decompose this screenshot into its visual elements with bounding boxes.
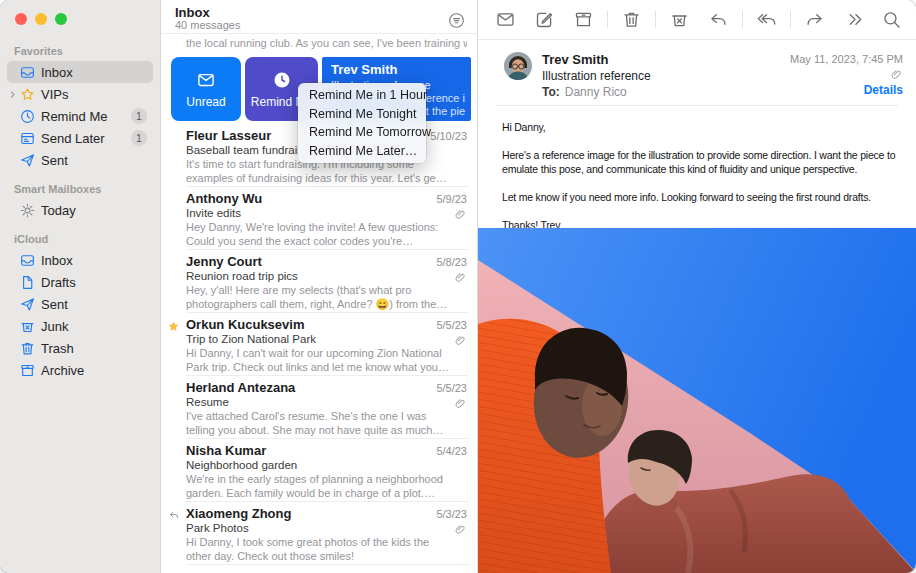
clipped-message-preview: the local running club. As you can see, …: [186, 37, 467, 52]
attachment-paperclip-icon: [890, 68, 903, 81]
junk-icon: [19, 318, 36, 335]
sidebar-item-label: Inbox: [41, 65, 73, 80]
attachment-photo[interactable]: [478, 228, 916, 573]
sidebar-item-send-later[interactable]: Send Later 1: [7, 127, 153, 149]
sidebar-item-label: Sent: [41, 297, 68, 312]
toolbar-trash-button[interactable]: [621, 9, 642, 30]
message-sender: Anthony Wu: [186, 191, 467, 206]
sidebar-item-sent[interactable]: Sent: [7, 293, 153, 315]
sidebar-item-junk[interactable]: Junk: [7, 315, 153, 337]
message-row[interactable]: Anthony Wu 5/9/23 Invite edits Hey Danny…: [161, 187, 477, 250]
window-close-button[interactable]: [15, 13, 27, 25]
sidebar-sections: Favorites Inbox VIPs Remind Me 1 Send La…: [0, 40, 160, 393]
message-body-paragraph: Here's a reference image for the illustr…: [502, 148, 906, 176]
sidebar-item-archive[interactable]: Archive: [7, 359, 153, 381]
window-minimize-button[interactable]: [35, 13, 47, 25]
details-link[interactable]: Details: [864, 83, 903, 97]
toolbar-get-mail-button[interactable]: [495, 9, 516, 30]
archive-icon: [573, 9, 594, 30]
attachment-paperclip-icon: [454, 397, 467, 410]
sidebar-item-inbox[interactable]: Inbox: [7, 249, 153, 271]
message-subject: Invite edits: [186, 206, 467, 220]
message-row[interactable]: Orkun Kucuksevim 5/5/23 Trip to Zion Nat…: [161, 313, 477, 376]
sidebar-item-label: Send Later: [41, 131, 105, 146]
message-date: 5/4/23: [436, 445, 467, 457]
toolbar-reply-all-button[interactable]: [756, 9, 777, 30]
message-date: May 11, 2023, 7:45 PM: [790, 53, 903, 65]
message-date: 5/10/23: [430, 130, 467, 142]
sender-avatar: [504, 52, 532, 80]
sidebar-section-label: iCloud: [14, 233, 160, 245]
sidebar-item-vips[interactable]: VIPs: [7, 83, 153, 105]
message-date: 5/5/23: [436, 382, 467, 394]
toolbar-archive-button[interactable]: [573, 9, 594, 30]
toolbar-right-group: [845, 9, 902, 30]
sidebar-item-today[interactable]: Today: [7, 199, 153, 221]
compose-icon: [534, 9, 555, 30]
message-date: 5/8/23: [436, 256, 467, 268]
sidebar-section-label: Favorites: [14, 45, 160, 57]
message-list-header: Inbox 40 messages: [161, 0, 477, 34]
message-subject: Park Photos: [186, 521, 467, 535]
sidebar-item-label: Remind Me: [41, 109, 107, 124]
toolbar-more-button[interactable]: [845, 9, 866, 30]
menu-item-remind-me-tomorrow[interactable]: Remind Me Tomorrow: [298, 123, 426, 142]
inbox-icon: [19, 252, 36, 269]
mark-unread-button[interactable]: Unread: [171, 57, 241, 121]
recipient-name: Danny Rico: [565, 85, 627, 99]
sidebar-item-inbox[interactable]: Inbox: [7, 61, 153, 83]
header-subject: Illustration reference: [542, 69, 651, 83]
window-zoom-button[interactable]: [55, 13, 67, 25]
message-sender: Herland Antezana: [186, 380, 467, 395]
sidebar-item-drafts[interactable]: Drafts: [7, 271, 153, 293]
toolbar-forward-button[interactable]: [804, 9, 825, 30]
plane-icon: [19, 152, 36, 169]
sidebar-section: iCloud Inbox Drafts Sent Junk Trash Arch…: [0, 233, 160, 381]
toolbar-search-button[interactable]: [881, 9, 902, 30]
message-row[interactable]: Xiaomeng Zhong 5/3/23 Park Photos Hi Dan…: [161, 502, 477, 565]
sidebar-item-label: Inbox: [41, 253, 73, 268]
message-preview: Hi Danny, I can't wait for our upcoming …: [186, 347, 467, 374]
message-date: 5/9/23: [436, 193, 467, 205]
message-subject: Resume: [186, 395, 467, 409]
message-preview: I've attached Carol's resume. She's the …: [186, 410, 467, 437]
forward-icon: [804, 9, 825, 30]
replied-arrow-icon: [168, 509, 180, 521]
reply-icon: [708, 9, 729, 30]
attachment-paperclip-icon: [454, 523, 467, 536]
menu-item-remind-me-later[interactable]: Remind Me Later…: [298, 142, 426, 161]
menu-item-remind-me-in-1-hour[interactable]: Remind Me in 1 Hour: [298, 86, 426, 105]
message-list-rows: Fleur Lasseur 5/10/23 Baseball team fund…: [161, 124, 477, 565]
message-body-paragraph: Thanks! Trev: [502, 218, 906, 228]
message-sender: Jenny Court: [186, 254, 467, 269]
more-icon: [845, 9, 866, 30]
message-header: Trev Smith Illustration reference To:Dan…: [478, 40, 916, 106]
sidebar-item-label: Trash: [41, 341, 74, 356]
menu-item-remind-me-tonight[interactable]: Remind Me Tonight: [298, 105, 426, 124]
message-subject: Trip to Zion National Park: [186, 332, 467, 346]
toolbar-junk-button[interactable]: [669, 9, 690, 30]
message-list-pane: Inbox 40 messages the local running club…: [161, 0, 478, 573]
message-preview: We're in the early stages of planning a …: [186, 473, 467, 500]
unread-count-badge: 1: [131, 108, 147, 124]
sidebar-item-trash[interactable]: Trash: [7, 337, 153, 359]
toolbar-divider: [742, 11, 743, 28]
toolbar-reply-button[interactable]: [708, 9, 729, 30]
attachment-paperclip-icon: [454, 271, 467, 284]
plane-icon: [19, 296, 36, 313]
toolbar-left-group: [495, 9, 845, 30]
message-preview: Hey, y'all! Here are my selects (that's …: [186, 284, 467, 311]
unread-count-badge: 1: [131, 130, 147, 146]
filter-icon: [447, 11, 466, 30]
message-row[interactable]: Jenny Court 5/8/23 Reunion road trip pic…: [161, 250, 477, 313]
chevron-right-icon: [7, 89, 18, 100]
toolbar-compose-button[interactable]: [534, 9, 555, 30]
message-body-paragraph: Hi Danny,: [502, 120, 906, 134]
message-row[interactable]: Herland Antezana 5/5/23 Resume I've atta…: [161, 376, 477, 439]
sidebar-item-remind-me[interactable]: Remind Me 1: [7, 105, 153, 127]
sidebar-item-label: Junk: [41, 319, 68, 334]
attachment-paperclip-icon: [454, 334, 467, 347]
filter-button[interactable]: [447, 11, 466, 30]
message-row[interactable]: Nisha Kumar 5/4/23 Neighborhood garden W…: [161, 439, 477, 502]
sidebar-item-sent[interactable]: Sent: [7, 149, 153, 171]
